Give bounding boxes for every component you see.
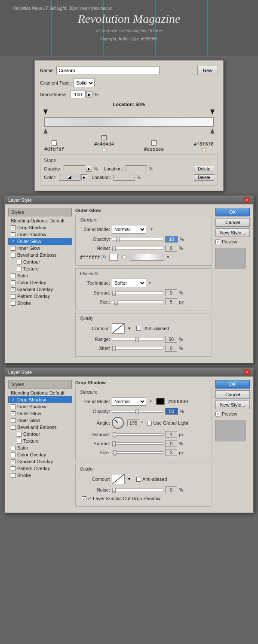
ls1-cb-dropshadow[interactable] bbox=[11, 225, 15, 230]
ls2-antialias[interactable]: Anti-aliased bbox=[136, 477, 167, 482]
ls1-cb-outerglow[interactable] bbox=[11, 239, 15, 244]
ge-smoothness-input[interactable] bbox=[70, 91, 86, 98]
ls2-cb-gradoverlay[interactable] bbox=[11, 459, 15, 464]
ls2-close-btn[interactable]: × bbox=[244, 369, 250, 375]
ge-color-swatch[interactable] bbox=[59, 174, 80, 181]
ls2-use-global-light[interactable]: Use Global Light bbox=[147, 420, 188, 425]
ls2-cb-outerglow[interactable] bbox=[11, 411, 15, 416]
ls1-cb-coloroverlay[interactable] bbox=[11, 280, 15, 285]
ls1-spread-slider[interactable] bbox=[112, 292, 163, 294]
ls2-ok-btn[interactable]: OK bbox=[215, 380, 250, 389]
ls1-radio2[interactable] bbox=[122, 255, 126, 259]
ls1-item-bevel[interactable]: Bevel and Emboss bbox=[8, 252, 72, 258]
ls1-noise-slider[interactable] bbox=[112, 247, 163, 249]
ls1-contour-preview[interactable] bbox=[112, 323, 125, 334]
ge-loc2-input[interactable] bbox=[114, 174, 135, 181]
ls2-item-coloroverlay[interactable]: Color Overlay bbox=[8, 451, 72, 458]
ls1-item-outerglow[interactable]: Outer Glow bbox=[8, 238, 72, 245]
ls1-preview-cb[interactable] bbox=[215, 240, 220, 244]
ls1-ok-btn[interactable]: OK bbox=[215, 208, 250, 216]
ls2-blend-mode-select[interactable]: Normal bbox=[112, 397, 146, 406]
ge-name-input[interactable] bbox=[56, 67, 160, 74]
ls2-contour-arrow[interactable]: ▼ bbox=[127, 477, 131, 481]
ls2-cancel-btn[interactable]: Cancel bbox=[215, 390, 250, 399]
ls2-contour-preview[interactable] bbox=[112, 474, 125, 484]
ge-new-button[interactable]: New bbox=[197, 66, 218, 75]
ls2-item-dropshadow[interactable]: Drop Shadow bbox=[8, 396, 72, 403]
ls1-size-slider[interactable] bbox=[112, 301, 163, 303]
ls1-cb-satin[interactable] bbox=[11, 273, 15, 278]
ge-color-arrow[interactable]: ▶ bbox=[81, 174, 87, 180]
ls1-cb-bevel[interactable] bbox=[11, 253, 15, 258]
ls2-item-outerglow[interactable]: Outer Glow bbox=[8, 410, 72, 417]
ls2-preview-cb[interactable] bbox=[215, 412, 220, 416]
ls1-opacity-input[interactable] bbox=[165, 236, 178, 243]
ls2-spread-input[interactable] bbox=[165, 440, 177, 447]
ls2-cb-bevel[interactable] bbox=[11, 425, 15, 430]
ls1-opacity-slider[interactable] bbox=[112, 238, 163, 240]
ls1-item-coloroverlay[interactable]: Color Overlay bbox=[8, 279, 72, 286]
ge-opacity-input[interactable] bbox=[64, 165, 85, 172]
ls1-close-btn[interactable]: × bbox=[244, 197, 250, 203]
ls2-cb-contour[interactable] bbox=[17, 432, 22, 437]
ls2-cb-innerglow[interactable] bbox=[11, 418, 15, 423]
ls2-item-innershadow[interactable]: Inner Shadow bbox=[8, 403, 72, 410]
ls1-noise-input[interactable] bbox=[165, 245, 177, 252]
ge-smoothness-arrow[interactable]: ▶ bbox=[86, 91, 92, 97]
ls1-cb-innershadow[interactable] bbox=[11, 232, 15, 237]
ls1-item-innershadow[interactable]: Inner Shadow bbox=[8, 231, 72, 238]
ls2-new-style-btn[interactable]: New Style... bbox=[215, 401, 250, 409]
ls2-cb-satin[interactable] bbox=[11, 446, 15, 450]
ls2-color-swatch-black[interactable] bbox=[156, 398, 165, 405]
ls1-item-innerglow[interactable]: Inner Glow bbox=[8, 245, 72, 252]
ls2-noise-input[interactable] bbox=[165, 486, 177, 493]
ls2-item-patternoverlay[interactable]: Pattern Overlay bbox=[8, 465, 72, 472]
ge-loc1-input[interactable] bbox=[126, 165, 147, 172]
ls1-cb-patternoverlay[interactable] bbox=[11, 294, 15, 299]
ge-opacity-arrow[interactable]: ▶ bbox=[86, 166, 92, 172]
ls2-item-blending[interactable]: Blending Options: Default bbox=[8, 389, 72, 396]
ls1-cb-contour[interactable] bbox=[17, 260, 22, 264]
ls1-cancel-btn[interactable]: Cancel bbox=[215, 218, 250, 227]
ls1-blend-mode-select[interactable]: Normal bbox=[112, 225, 146, 234]
ls2-cb-stroke[interactable] bbox=[11, 473, 15, 478]
ls1-item-gradoverlay[interactable]: Gradient Overlay bbox=[8, 286, 72, 293]
ls1-item-dropshadow[interactable]: Drop Shadow bbox=[8, 224, 72, 231]
ls1-range-slider[interactable] bbox=[112, 338, 163, 340]
ls2-cb-dropshadow[interactable] bbox=[11, 398, 15, 402]
ls1-cb-texture[interactable] bbox=[17, 267, 22, 271]
ls2-distance-input[interactable] bbox=[165, 431, 177, 438]
ls1-radio1[interactable] bbox=[101, 255, 106, 259]
ls1-cb-gradoverlay[interactable] bbox=[11, 287, 15, 292]
ls1-item-patternoverlay[interactable]: Pattern Overlay bbox=[8, 293, 72, 300]
ls2-item-innerglow[interactable]: Inner Glow bbox=[8, 417, 72, 424]
ls2-noise-slider[interactable] bbox=[112, 489, 163, 491]
ls2-item-bevel[interactable]: Bevel and Emboss bbox=[8, 424, 72, 431]
ge-opacity-delete-btn[interactable]: Delete bbox=[194, 166, 214, 172]
ls2-angle-dial[interactable] bbox=[112, 417, 124, 429]
ls1-jitter-slider[interactable] bbox=[112, 347, 163, 349]
ls2-item-contour[interactable]: Contour bbox=[8, 431, 72, 437]
ls2-size-input[interactable] bbox=[165, 449, 177, 456]
ls2-item-gradoverlay[interactable]: Gradient Overlay bbox=[8, 458, 72, 465]
ls2-spread-slider[interactable] bbox=[112, 442, 163, 445]
ls2-cb-innershadow[interactable] bbox=[11, 404, 15, 409]
ls2-distance-slider[interactable] bbox=[112, 433, 163, 436]
ls1-item-texture[interactable]: Texture bbox=[8, 265, 72, 272]
ge-color-delete-btn[interactable]: Delete bbox=[194, 174, 214, 181]
ls2-layer-knocks[interactable]: ✓ Layer Knocks Out Drop Shadow bbox=[82, 496, 160, 501]
ls1-new-style-btn[interactable]: New Style... bbox=[215, 228, 250, 237]
ls2-item-stroke[interactable]: Stroke bbox=[8, 472, 72, 479]
ls1-white-swatch[interactable] bbox=[109, 254, 118, 261]
ls1-cb-stroke[interactable] bbox=[11, 301, 15, 306]
ge-type-select[interactable]: Solid bbox=[74, 79, 95, 87]
ls2-item-texture[interactable]: Texture bbox=[8, 437, 72, 444]
ls2-item-satin[interactable]: Satin bbox=[8, 444, 72, 451]
ls1-item-blending[interactable]: Blending Options: Default bbox=[8, 217, 72, 224]
ls2-opacity-slider[interactable] bbox=[112, 410, 163, 413]
ls2-size-slider[interactable] bbox=[112, 451, 163, 454]
ls1-cb-innerglow[interactable] bbox=[11, 246, 15, 251]
ls1-gradient-swatch[interactable] bbox=[130, 254, 164, 261]
ls2-cb-coloroverlay[interactable] bbox=[11, 453, 15, 457]
ls1-item-contour[interactable]: Contour bbox=[8, 258, 72, 265]
